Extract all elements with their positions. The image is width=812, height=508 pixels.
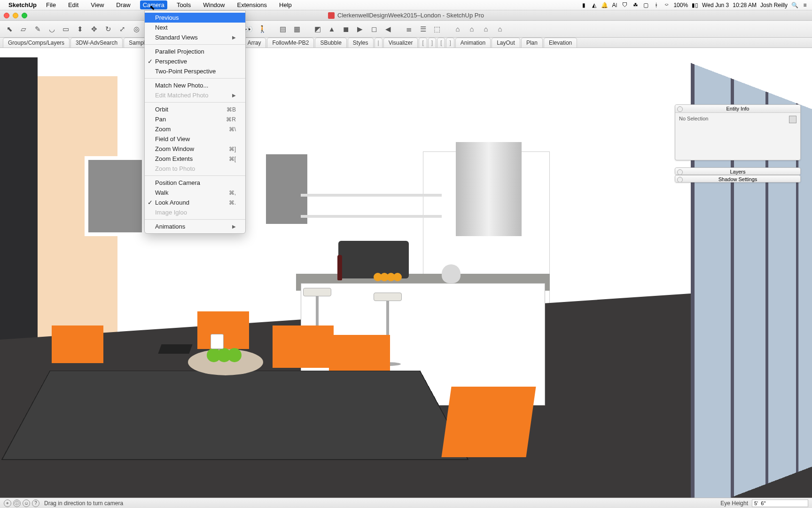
menu-item-two-point-perspective[interactable]: Two-Point Perspective [145, 66, 245, 76]
notifications-icon[interactable]: 🔔 [601, 2, 608, 8]
menu-item-perspective[interactable]: ✓Perspective [145, 56, 245, 66]
offset-tool[interactable]: ◎ [130, 23, 143, 36]
select-tool[interactable]: ⬉ [3, 23, 16, 36]
measure-input[interactable] [752, 500, 808, 507]
display-icon[interactable]: ▢ [642, 2, 649, 8]
menubar-item-view[interactable]: View [88, 0, 107, 9]
menu-item-zoom-extents[interactable]: Zoom Extents⌘[ [145, 154, 245, 164]
menubar-item-tools[interactable]: Tools [174, 0, 194, 9]
left-tool[interactable]: ◀ [382, 23, 395, 36]
menu-item-look-around[interactable]: ✓Look Around⌘. [145, 198, 245, 207]
panel-header[interactable]: Layers [675, 168, 800, 175]
menu-item-field-of-view[interactable]: Field of View [145, 134, 245, 144]
entity-options-button[interactable] [789, 116, 796, 123]
menu-item-pan[interactable]: Pan⌘R [145, 114, 245, 124]
eraser-tool[interactable]: ▱ [17, 23, 30, 36]
scene-tab[interactable]: Plan [521, 38, 543, 48]
house-tool[interactable]: ⌂ [451, 23, 464, 36]
entity-info-panel[interactable]: Entity Info No Selection [675, 104, 801, 160]
scene-tab[interactable]: Styles [348, 38, 374, 48]
window-close-button[interactable] [4, 13, 9, 18]
bluetooth-icon[interactable]: ᚼ [653, 2, 659, 8]
scene-tab[interactable]: Visualizer [383, 38, 418, 48]
house3-tool[interactable]: ⌂ [479, 23, 492, 36]
user-icon[interactable]: ☺ [23, 500, 30, 507]
panel-header[interactable]: Entity Info [675, 105, 800, 113]
scene-tab[interactable]: [ [437, 38, 445, 48]
menu-item-animations[interactable]: Animations▶ [145, 222, 245, 231]
battery-percent[interactable]: 100% [673, 2, 688, 8]
menu-item-orbit[interactable]: Orbit⌘B [145, 104, 245, 114]
scale-tool[interactable]: ⤢ [116, 23, 129, 36]
menu-item-parallel-projection[interactable]: Parallel Projection [145, 47, 245, 56]
arc-tool[interactable]: ◡ [45, 23, 58, 36]
pencil-tool[interactable]: ✎ [31, 23, 44, 36]
layers-panel[interactable]: Layers [675, 167, 801, 175]
rectangle-tool[interactable]: ▭ [59, 23, 72, 36]
window-zoom-button[interactable] [22, 13, 27, 18]
app-indicator-icon[interactable]: ▮ [580, 2, 587, 8]
menubar-user[interactable]: Josh Reilly [760, 2, 788, 8]
scene-tab[interactable]: LayOut [492, 38, 520, 48]
scene-tab[interactable]: ] [446, 38, 454, 48]
scene-tab[interactable]: [ [419, 38, 427, 48]
front-tool[interactable]: ◼ [339, 23, 352, 36]
menu-item-walk[interactable]: Walk⌘, [145, 188, 245, 198]
menu-item-standard-views[interactable]: Standard Views▶ [145, 32, 245, 42]
menu-item-zoom-window[interactable]: Zoom Window⌘] [145, 144, 245, 154]
menubar-item-help[interactable]: Help [276, 0, 295, 9]
drive-icon[interactable]: ◭ [591, 2, 597, 8]
menu-item-zoom[interactable]: Zoom⌘\ [145, 124, 245, 134]
shadow-settings-panel[interactable]: Shadow Settings [675, 175, 801, 183]
top-tool[interactable]: ▲ [325, 23, 338, 36]
outliner-tool[interactable]: ☰ [416, 23, 429, 36]
section-tool[interactable]: ▤ [276, 23, 289, 36]
window-minimize-button[interactable] [13, 13, 18, 18]
menu-item-next[interactable]: Next [145, 23, 245, 32]
scene-tab[interactable]: SBubble [315, 38, 346, 48]
menubar-item-window[interactable]: Window [200, 0, 227, 9]
3dw-tool[interactable]: ⬚ [430, 23, 444, 36]
menubar-item-file[interactable]: File [43, 0, 59, 9]
scene-tab[interactable]: Array [242, 38, 266, 48]
menubar-time[interactable]: 10:28 AM [733, 2, 757, 8]
layer-tool[interactable]: ≣ [402, 23, 415, 36]
scene-tab[interactable]: FollowMe-PB2 [267, 38, 314, 48]
help-icon[interactable]: ? [32, 500, 39, 507]
pushpull-tool[interactable]: ⬍ [73, 23, 86, 36]
menu-item-previous[interactable]: Previous [145, 13, 245, 23]
evernote-icon[interactable]: ☘ [632, 2, 639, 8]
scene-tab[interactable]: | [375, 38, 383, 48]
panel-header[interactable]: Shadow Settings [675, 175, 800, 183]
scene-tab[interactable]: 3DW-AdvSearch [70, 38, 123, 48]
spotlight-icon[interactable]: 🔍 [791, 2, 798, 8]
iso-tool[interactable]: ◩ [311, 23, 324, 36]
scene-tab[interactable]: Animation [455, 38, 491, 48]
xray-tool[interactable]: ▦ [290, 23, 304, 36]
menubar-item-edit[interactable]: Edit [65, 0, 81, 9]
scene-tab[interactable]: Elevation [544, 38, 577, 48]
adobe-icon[interactable]: A⁞ [611, 2, 618, 8]
walk-tool[interactable]: 🚶 [256, 23, 269, 36]
move-tool[interactable]: ✥ [87, 23, 101, 36]
scene-tab[interactable]: ] [428, 38, 436, 48]
camera-menu-dropdown[interactable]: PreviousNextStandard Views▶Parallel Proj… [144, 10, 246, 234]
back-tool[interactable]: ◻ [367, 23, 381, 36]
menubar-item-extensions[interactable]: Extensions [234, 0, 270, 9]
credits-icon[interactable]: ⓘ [13, 500, 21, 507]
app-name[interactable]: SketchUp [8, 1, 37, 8]
geo-icon[interactable]: ⌖ [4, 500, 11, 507]
house2-tool[interactable]: ⌂ [465, 23, 478, 36]
right-tool[interactable]: ▶ [353, 23, 367, 36]
menu-icon[interactable]: ≡ [802, 2, 808, 8]
menu-item-position-camera[interactable]: Position Camera [145, 178, 245, 188]
rotate-tool[interactable]: ↻ [102, 23, 115, 36]
shield-icon[interactable]: ⛉ [622, 2, 628, 8]
wifi-icon[interactable]: ⌔ [663, 2, 670, 8]
menu-item-match-new-photo-[interactable]: Match New Photo... [145, 80, 245, 90]
menubar-item-camera[interactable]: Camera [140, 0, 167, 9]
house4-tool[interactable]: ⌂ [493, 23, 507, 36]
battery-icon[interactable]: ▮▯ [692, 2, 698, 8]
menubar-date[interactable]: Wed Jun 3 [702, 2, 729, 8]
scene-tab[interactable]: Groups/Comps/Layers [3, 38, 70, 48]
